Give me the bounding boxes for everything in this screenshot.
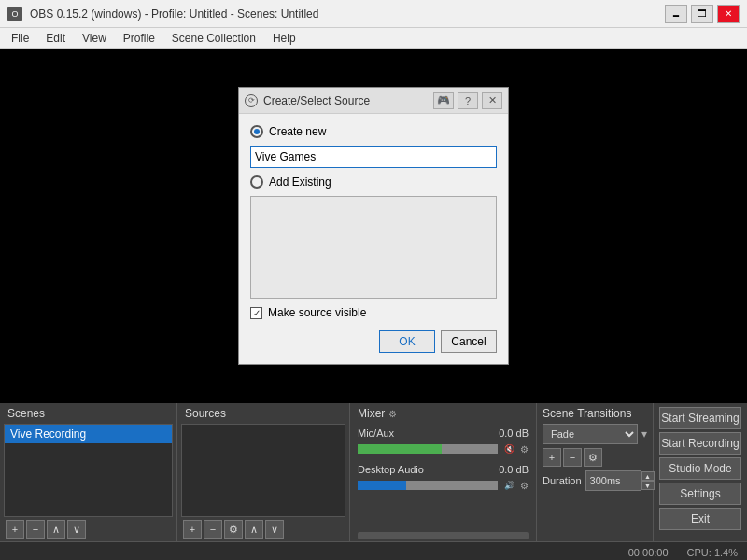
window-title: OBS 0.15.2 (windows) - Profile: Untitled… (30, 7, 318, 21)
menu-item-edit[interactable]: Edit (38, 30, 73, 47)
recording-time: 00:00:00 (628, 547, 669, 558)
duration-input-group: ▲ ▼ (585, 470, 655, 491)
status-bar: 00:00:00 CPU: 1.4% (0, 541, 747, 560)
mixer-channel-mic: Mic/Aux 0.0 dB 🔇 ⚙ (350, 424, 536, 460)
scenes-list[interactable]: Vive Recording (4, 424, 173, 517)
scenes-title: Scenes (7, 407, 45, 420)
settings-button[interactable]: Settings (659, 483, 741, 505)
create-new-radio[interactable] (250, 125, 263, 138)
scenes-remove-button[interactable]: − (26, 520, 45, 539)
menu-item-help[interactable]: Help (265, 30, 303, 47)
transition-dropdown-icon[interactable]: ▾ (641, 427, 647, 441)
start-recording-button[interactable]: Start Recording (659, 432, 741, 455)
sources-remove-button[interactable]: − (204, 520, 222, 539)
maximize-button[interactable]: 🗖 (691, 5, 713, 23)
menu-item-profile[interactable]: Profile (116, 30, 162, 47)
desktop-label: Desktop Audio (358, 464, 424, 475)
sources-settings-button[interactable]: ⚙ (224, 520, 243, 539)
dialog-body: Create new Add Existing ✓ Make source vi… (239, 114, 508, 364)
duration-label: Duration (543, 475, 582, 486)
create-new-radio-row: Create new (250, 125, 497, 138)
transitions-panel: Scene Transitions Fade ▾ + − ⚙ Duration … (537, 403, 654, 541)
sources-add-button[interactable]: + (183, 520, 202, 539)
mixer-panel: Mixer ⚙ Mic/Aux 0.0 dB 🔇 ⚙ (350, 403, 537, 541)
mixer-header: Mixer ⚙ (350, 403, 536, 424)
sources-title: Sources (185, 407, 226, 420)
add-existing-radio-row: Add Existing (250, 175, 497, 189)
desktop-db: 0.0 dB (499, 464, 529, 475)
desktop-audio-icon[interactable]: 🔊 (501, 478, 516, 493)
transition-remove-button[interactable]: − (563, 448, 582, 467)
app-icon: O (7, 7, 22, 21)
sources-header: Sources (177, 403, 349, 424)
duration-up-button[interactable]: ▲ (641, 471, 655, 481)
menu-item-scene-collection[interactable]: Scene Collection (164, 30, 263, 47)
scenes-down-button[interactable]: ∨ (67, 520, 86, 539)
scenes-up-button[interactable]: ∧ (47, 520, 65, 539)
duration-row: Duration ▲ ▼ (543, 470, 647, 491)
transition-add-button[interactable]: + (543, 448, 561, 467)
panels-row: Scenes Vive Recording + − ∧ ∨ Sources + … (0, 403, 747, 541)
make-visible-label: Make source visible (268, 306, 366, 319)
desktop-meter-bar (358, 481, 498, 490)
cancel-button[interactable]: Cancel (441, 330, 497, 353)
sources-list[interactable] (181, 424, 345, 517)
duration-input[interactable] (585, 470, 641, 491)
scenes-header: Scenes (0, 403, 176, 424)
sources-toolbar: + − ⚙ ∧ ∨ (177, 517, 349, 541)
transition-settings-button[interactable]: ⚙ (584, 448, 602, 467)
mixer-title: Mixer (358, 407, 385, 420)
create-select-source-dialog: ⟳ Create/Select Source 🎮 ? ✕ Create new (238, 87, 509, 365)
existing-sources-list[interactable] (250, 196, 497, 299)
mic-settings-icon[interactable]: ⚙ (520, 444, 529, 455)
add-existing-label: Add Existing (269, 175, 331, 189)
preview-area: ⟳ Create/Select Source 🎮 ? ✕ Create new (0, 49, 747, 403)
desktop-settings-icon[interactable]: ⚙ (520, 481, 529, 491)
dialog-help-button[interactable]: ? (458, 92, 478, 109)
sources-panel: Sources + − ⚙ ∧ ∨ (177, 403, 350, 541)
scene-item-vive-recording[interactable]: Vive Recording (5, 425, 172, 443)
dialog-close-button[interactable]: ✕ (482, 92, 502, 109)
dialog-buttons: OK Cancel (250, 330, 497, 353)
transitions-header: Scene Transitions (543, 403, 647, 424)
mixer-gear-icon[interactable]: ⚙ (388, 409, 397, 419)
mic-mute-icon[interactable]: 🔇 (501, 441, 516, 456)
fade-select-row: Fade ▾ (543, 424, 647, 444)
create-new-label: Create new (269, 125, 326, 138)
start-streaming-button[interactable]: Start Streaming (659, 407, 741, 429)
menu-item-view[interactable]: View (75, 30, 114, 47)
menu-bar: FileEditViewProfileScene CollectionHelp (0, 28, 747, 49)
dialog-title: Create/Select Source (263, 94, 370, 107)
minimize-button[interactable]: 🗕 (665, 5, 687, 23)
mixer-channel-desktop: Desktop Audio 0.0 dB 🔊 ⚙ (350, 460, 536, 497)
transitions-title: Scene Transitions (543, 407, 631, 420)
ok-button[interactable]: OK (379, 330, 435, 353)
desktop-meter-row: 🔊 ⚙ (358, 478, 529, 493)
sources-up-button[interactable]: ∧ (245, 520, 263, 539)
duration-spinner: ▲ ▼ (641, 471, 655, 490)
sources-down-button[interactable]: ∨ (265, 520, 284, 539)
scenes-toolbar: + − ∧ ∨ (0, 517, 176, 541)
scenes-panel: Scenes Vive Recording + − ∧ ∨ (0, 403, 177, 541)
dialog-capture-icon: 🎮 (433, 92, 454, 109)
make-visible-checkbox-row: ✓ Make source visible (250, 306, 497, 319)
add-existing-radio[interactable] (250, 175, 263, 189)
cpu-usage: CPU: 1.4% (687, 547, 738, 558)
mixer-scrollbar[interactable] (358, 532, 529, 539)
studio-mode-button[interactable]: Studio Mode (659, 457, 741, 480)
make-visible-checkbox[interactable]: ✓ (250, 307, 262, 319)
transition-type-select[interactable]: Fade (543, 424, 638, 444)
exit-button[interactable]: Exit (659, 508, 741, 530)
dialog-overlay: ⟳ Create/Select Source 🎮 ? ✕ Create new (0, 49, 747, 403)
dialog-icon: ⟳ (245, 94, 258, 107)
duration-down-button[interactable]: ▼ (641, 481, 655, 490)
source-name-input[interactable] (250, 146, 497, 168)
menu-item-file[interactable]: File (4, 30, 36, 47)
dialog-title-left: ⟳ Create/Select Source (245, 94, 370, 107)
dialog-title-bar: ⟳ Create/Select Source 🎮 ? ✕ (239, 88, 508, 114)
close-button[interactable]: ✕ (717, 5, 740, 23)
scenes-add-button[interactable]: + (6, 520, 24, 539)
mic-db: 0.0 dB (499, 427, 529, 439)
mixer-channel-mic-header: Mic/Aux 0.0 dB (358, 427, 529, 439)
mixer-channel-desktop-header: Desktop Audio 0.0 dB (358, 464, 529, 475)
